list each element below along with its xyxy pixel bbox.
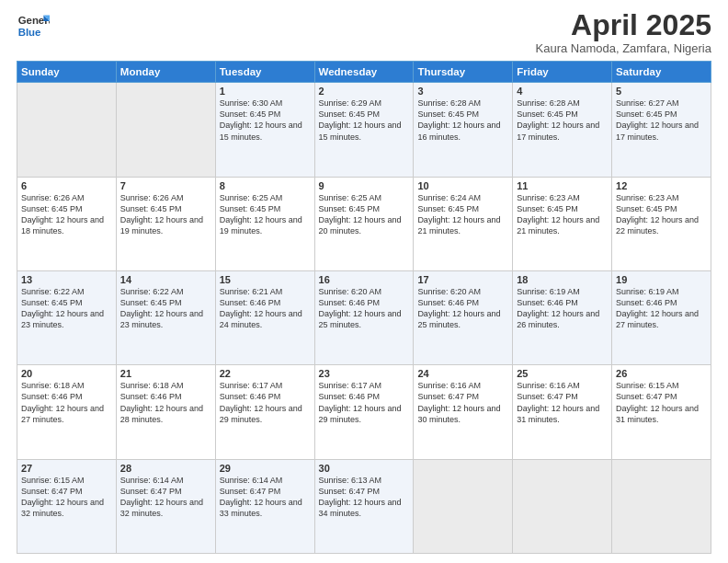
day-info: Sunrise: 6:17 AM Sunset: 6:46 PM Dayligh… — [319, 380, 410, 425]
day-info: Sunrise: 6:16 AM Sunset: 6:47 PM Dayligh… — [517, 380, 608, 425]
day-number: 5 — [616, 86, 707, 97]
table-row: 24Sunrise: 6:16 AM Sunset: 6:47 PM Dayli… — [414, 365, 513, 459]
day-number: 11 — [517, 180, 608, 191]
day-info: Sunrise: 6:30 AM Sunset: 6:45 PM Dayligh… — [220, 98, 311, 143]
location-subtitle: Kaura Namoda, Zamfara, Nigeria — [536, 41, 711, 55]
table-row: 2Sunrise: 6:29 AM Sunset: 6:45 PM Daylig… — [314, 83, 414, 177]
table-row: 3Sunrise: 6:28 AM Sunset: 6:45 PM Daylig… — [414, 83, 513, 177]
day-info: Sunrise: 6:25 AM Sunset: 6:45 PM Dayligh… — [220, 192, 311, 237]
table-row: 8Sunrise: 6:25 AM Sunset: 6:45 PM Daylig… — [215, 177, 314, 270]
calendar-week-row: 13Sunrise: 6:22 AM Sunset: 6:45 PM Dayli… — [17, 270, 711, 364]
month-title: April 2025 — [536, 9, 711, 41]
table-row: 30Sunrise: 6:13 AM Sunset: 6:47 PM Dayli… — [314, 459, 414, 553]
day-info: Sunrise: 6:15 AM Sunset: 6:47 PM Dayligh… — [616, 380, 707, 425]
day-number: 12 — [616, 180, 707, 191]
table-row: 11Sunrise: 6:23 AM Sunset: 6:45 PM Dayli… — [513, 177, 612, 270]
day-info: Sunrise: 6:26 AM Sunset: 6:45 PM Dayligh… — [21, 192, 112, 237]
calendar-week-row: 1Sunrise: 6:30 AM Sunset: 6:45 PM Daylig… — [17, 83, 711, 177]
calendar-table: Sunday Monday Tuesday Wednesday Thursday… — [17, 61, 711, 554]
table-row: 10Sunrise: 6:24 AM Sunset: 6:45 PM Dayli… — [414, 177, 513, 270]
day-number: 2 — [319, 86, 410, 97]
table-row: 1Sunrise: 6:30 AM Sunset: 6:45 PM Daylig… — [215, 83, 314, 177]
day-info: Sunrise: 6:22 AM Sunset: 6:45 PM Dayligh… — [120, 286, 211, 331]
day-info: Sunrise: 6:28 AM Sunset: 6:45 PM Dayligh… — [517, 98, 608, 143]
day-info: Sunrise: 6:27 AM Sunset: 6:45 PM Dayligh… — [616, 98, 707, 143]
day-number: 20 — [21, 368, 112, 379]
day-info: Sunrise: 6:14 AM Sunset: 6:47 PM Dayligh… — [120, 475, 211, 520]
table-row — [414, 459, 513, 553]
calendar-week-row: 20Sunrise: 6:18 AM Sunset: 6:46 PM Dayli… — [17, 365, 711, 459]
day-info: Sunrise: 6:18 AM Sunset: 6:46 PM Dayligh… — [21, 380, 112, 425]
day-info: Sunrise: 6:19 AM Sunset: 6:46 PM Dayligh… — [517, 286, 608, 331]
day-info: Sunrise: 6:21 AM Sunset: 6:46 PM Dayligh… — [220, 286, 311, 331]
day-info: Sunrise: 6:23 AM Sunset: 6:45 PM Dayligh… — [517, 192, 608, 237]
table-row: 5Sunrise: 6:27 AM Sunset: 6:45 PM Daylig… — [612, 83, 711, 177]
day-number: 22 — [220, 368, 311, 379]
table-row: 15Sunrise: 6:21 AM Sunset: 6:46 PM Dayli… — [215, 270, 314, 364]
day-info: Sunrise: 6:28 AM Sunset: 6:45 PM Dayligh… — [417, 98, 508, 143]
table-row: 18Sunrise: 6:19 AM Sunset: 6:46 PM Dayli… — [513, 270, 612, 364]
day-number: 14 — [120, 274, 211, 285]
day-info: Sunrise: 6:22 AM Sunset: 6:45 PM Dayligh… — [21, 286, 112, 331]
table-row: 12Sunrise: 6:23 AM Sunset: 6:45 PM Dayli… — [612, 177, 711, 270]
table-row: 16Sunrise: 6:20 AM Sunset: 6:46 PM Dayli… — [314, 270, 414, 364]
day-info: Sunrise: 6:20 AM Sunset: 6:46 PM Dayligh… — [319, 286, 410, 331]
table-row: 7Sunrise: 6:26 AM Sunset: 6:45 PM Daylig… — [116, 177, 215, 270]
day-number: 1 — [220, 86, 311, 97]
calendar-week-row: 6Sunrise: 6:26 AM Sunset: 6:45 PM Daylig… — [17, 177, 711, 270]
day-info: Sunrise: 6:19 AM Sunset: 6:46 PM Dayligh… — [616, 286, 707, 331]
day-number: 10 — [417, 180, 508, 191]
day-info: Sunrise: 6:25 AM Sunset: 6:45 PM Dayligh… — [319, 192, 410, 237]
table-row: 28Sunrise: 6:14 AM Sunset: 6:47 PM Dayli… — [116, 459, 215, 553]
table-row: 20Sunrise: 6:18 AM Sunset: 6:46 PM Dayli… — [17, 365, 117, 459]
page: General Blue April 2025 Kaura Namoda, Za… — [0, 0, 728, 563]
header-sunday: Sunday — [17, 62, 117, 83]
table-row — [116, 83, 215, 177]
day-number: 7 — [120, 180, 211, 191]
logo: General Blue — [17, 9, 50, 42]
table-row — [17, 83, 117, 177]
day-info: Sunrise: 6:14 AM Sunset: 6:47 PM Dayligh… — [220, 475, 311, 520]
day-info: Sunrise: 6:13 AM Sunset: 6:47 PM Dayligh… — [319, 475, 410, 520]
day-number: 15 — [220, 274, 311, 285]
day-number: 8 — [220, 180, 311, 191]
table-row: 9Sunrise: 6:25 AM Sunset: 6:45 PM Daylig… — [314, 177, 414, 270]
header-monday: Monday — [116, 62, 215, 83]
day-number: 9 — [319, 180, 410, 191]
day-info: Sunrise: 6:23 AM Sunset: 6:45 PM Dayligh… — [616, 192, 707, 237]
calendar-header-row: Sunday Monday Tuesday Wednesday Thursday… — [17, 62, 711, 83]
table-row: 23Sunrise: 6:17 AM Sunset: 6:46 PM Dayli… — [314, 365, 414, 459]
table-row: 25Sunrise: 6:16 AM Sunset: 6:47 PM Dayli… — [513, 365, 612, 459]
header-friday: Friday — [513, 62, 612, 83]
day-info: Sunrise: 6:15 AM Sunset: 6:47 PM Dayligh… — [21, 475, 112, 520]
table-row: 29Sunrise: 6:14 AM Sunset: 6:47 PM Dayli… — [215, 459, 314, 553]
day-number: 23 — [319, 368, 410, 379]
table-row: 4Sunrise: 6:28 AM Sunset: 6:45 PM Daylig… — [513, 83, 612, 177]
day-number: 13 — [21, 274, 112, 285]
day-number: 24 — [417, 368, 508, 379]
day-number: 4 — [517, 86, 608, 97]
day-number: 3 — [417, 86, 508, 97]
table-row: 21Sunrise: 6:18 AM Sunset: 6:46 PM Dayli… — [116, 365, 215, 459]
table-row: 13Sunrise: 6:22 AM Sunset: 6:45 PM Dayli… — [17, 270, 117, 364]
day-info: Sunrise: 6:17 AM Sunset: 6:46 PM Dayligh… — [220, 380, 311, 425]
day-number: 21 — [120, 368, 211, 379]
day-number: 27 — [21, 463, 112, 474]
header-wednesday: Wednesday — [314, 62, 414, 83]
calendar-week-row: 27Sunrise: 6:15 AM Sunset: 6:47 PM Dayli… — [17, 459, 711, 553]
title-block: April 2025 Kaura Namoda, Zamfara, Nigeri… — [536, 9, 711, 55]
header-saturday: Saturday — [612, 62, 711, 83]
day-info: Sunrise: 6:29 AM Sunset: 6:45 PM Dayligh… — [319, 98, 410, 143]
day-info: Sunrise: 6:20 AM Sunset: 6:46 PM Dayligh… — [417, 286, 508, 331]
day-number: 30 — [319, 463, 410, 474]
header: General Blue April 2025 Kaura Namoda, Za… — [17, 9, 711, 55]
table-row: 6Sunrise: 6:26 AM Sunset: 6:45 PM Daylig… — [17, 177, 117, 270]
svg-text:Blue: Blue — [18, 27, 41, 38]
table-row: 26Sunrise: 6:15 AM Sunset: 6:47 PM Dayli… — [612, 365, 711, 459]
day-number: 29 — [220, 463, 311, 474]
day-info: Sunrise: 6:16 AM Sunset: 6:47 PM Dayligh… — [417, 380, 508, 425]
header-thursday: Thursday — [414, 62, 513, 83]
day-number: 18 — [517, 274, 608, 285]
day-info: Sunrise: 6:26 AM Sunset: 6:45 PM Dayligh… — [120, 192, 211, 237]
table-row: 17Sunrise: 6:20 AM Sunset: 6:46 PM Dayli… — [414, 270, 513, 364]
